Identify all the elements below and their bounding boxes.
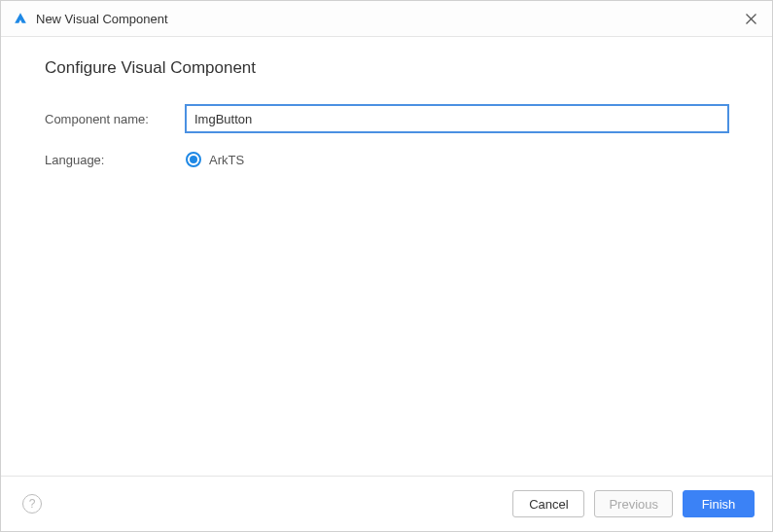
language-row: Language: ArkTS xyxy=(45,152,728,167)
language-radio-label: ArkTS xyxy=(209,153,244,167)
app-icon xyxy=(13,11,28,26)
titlebar: New Visual Component xyxy=(1,1,772,37)
radio-checked-icon xyxy=(186,152,201,167)
close-icon xyxy=(746,14,756,24)
close-button[interactable] xyxy=(739,7,762,30)
page-title: Configure Visual Component xyxy=(45,58,728,78)
previous-button: Previous xyxy=(594,490,673,517)
dialog-content: Configure Visual Component Component nam… xyxy=(1,37,772,476)
language-label: Language: xyxy=(45,153,186,167)
component-name-label: Component name: xyxy=(45,112,186,126)
component-name-control xyxy=(186,105,728,132)
dialog-footer: ? Cancel Previous Finish xyxy=(1,477,772,531)
language-control: ArkTS xyxy=(186,152,728,167)
language-radio-arkts[interactable]: ArkTS xyxy=(186,152,728,167)
component-name-row: Component name: xyxy=(45,105,728,132)
help-icon[interactable]: ? xyxy=(22,494,42,514)
window-title: New Visual Component xyxy=(36,12,739,26)
component-name-input[interactable] xyxy=(186,105,728,132)
finish-button[interactable]: Finish xyxy=(683,490,755,517)
cancel-button[interactable]: Cancel xyxy=(512,490,584,517)
